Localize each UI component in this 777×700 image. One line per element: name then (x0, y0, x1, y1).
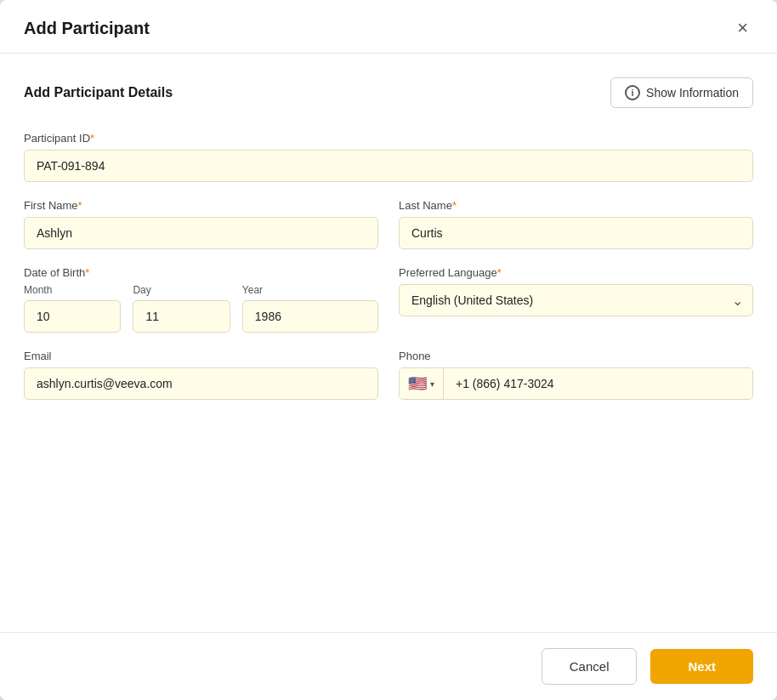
phone-flag-selector[interactable]: 🇺🇸 ▾ (400, 368, 444, 399)
last-name-input[interactable] (399, 217, 753, 249)
preferred-language-group: Preferred Language* English (United Stat… (399, 266, 753, 333)
phone-input-row: 🇺🇸 ▾ (399, 367, 753, 400)
dob-group: Date of Birth* Month Day Year (24, 266, 378, 333)
next-button[interactable]: Next (650, 649, 753, 684)
dob-day-label: Day (133, 284, 230, 296)
preferred-language-select[interactable]: English (United States) French German Sp… (399, 284, 753, 316)
dob-year-group: Year (242, 284, 378, 333)
flag-caret-icon: ▾ (430, 379, 434, 389)
participant-id-group: Participant ID* (24, 132, 753, 182)
info-icon: i (625, 85, 640, 100)
first-name-group: First Name* (24, 199, 378, 249)
show-information-button[interactable]: i Show Information (610, 77, 753, 108)
dob-month-input[interactable] (24, 300, 121, 333)
flag-emoji: 🇺🇸 (408, 374, 427, 393)
first-name-input[interactable] (24, 217, 378, 249)
last-name-label: Last Name* (399, 199, 753, 212)
cancel-button[interactable]: Cancel (542, 648, 638, 685)
participant-id-label: Participant ID* (24, 132, 753, 145)
dob-month-label: Month (24, 284, 121, 296)
dob-lang-row: Date of Birth* Month Day Year (24, 266, 753, 350)
dob-year-input[interactable] (242, 300, 378, 333)
name-row: First Name* Last Name* (24, 199, 753, 266)
phone-label: Phone (399, 350, 753, 362)
first-name-label: First Name* (24, 199, 378, 212)
email-phone-row: Email Phone 🇺🇸 ▾ (24, 350, 753, 417)
dob-year-label: Year (242, 284, 378, 296)
preferred-language-select-wrapper: English (United States) French German Sp… (399, 284, 753, 316)
phone-number-input[interactable] (444, 368, 752, 399)
add-participant-modal: Add Participant × Add Participant Detail… (0, 0, 777, 700)
participant-id-input[interactable] (24, 150, 753, 182)
email-label: Email (24, 350, 378, 362)
modal-footer: Cancel Next (0, 632, 777, 700)
dob-day-group: Day (133, 284, 230, 333)
section-header: Add Participant Details i Show Informati… (24, 77, 753, 108)
dob-day-input[interactable] (133, 300, 230, 333)
preferred-language-label: Preferred Language* (399, 266, 753, 279)
section-title: Add Participant Details (24, 85, 173, 100)
dob-inputs: Month Day Year (24, 284, 378, 333)
phone-group: Phone 🇺🇸 ▾ (399, 350, 753, 400)
modal-body: Add Participant Details i Show Informati… (0, 54, 777, 632)
show-information-label: Show Information (646, 86, 739, 100)
modal-title: Add Participant (24, 19, 150, 38)
email-group: Email (24, 350, 378, 400)
modal-header: Add Participant × (0, 0, 777, 54)
dob-label: Date of Birth* (24, 266, 378, 279)
dob-month-group: Month (24, 284, 121, 333)
email-input[interactable] (24, 367, 378, 400)
last-name-group: Last Name* (399, 199, 753, 249)
close-button[interactable]: × (732, 17, 753, 39)
